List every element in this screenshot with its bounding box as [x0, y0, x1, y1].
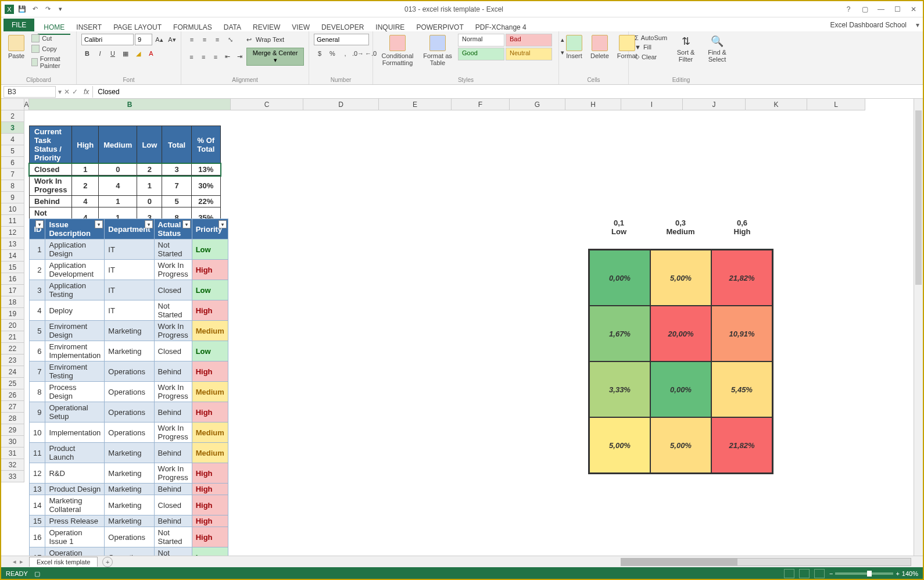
- risk-cell[interactable]: 1,67%: [589, 306, 650, 361]
- delete-cells-button[interactable]: Delete: [588, 34, 611, 60]
- wrap-text-button[interactable]: Wrap Text: [256, 36, 284, 43]
- cell[interactable]: IT: [105, 300, 154, 321]
- row-header-30[interactable]: 30: [1, 436, 24, 447]
- add-sheet-button[interactable]: +: [102, 557, 113, 567]
- macro-record-icon[interactable]: ▢: [34, 570, 40, 577]
- cell[interactable]: Marketing: [105, 341, 154, 361]
- normal-view-icon[interactable]: [784, 569, 794, 578]
- priority-cell[interactable]: High: [192, 361, 228, 382]
- row-header-29[interactable]: 29: [1, 424, 24, 436]
- cell[interactable]: Work In Progress: [154, 423, 192, 443]
- cell[interactable]: Process Design: [45, 382, 105, 402]
- indent-decrease-icon[interactable]: ⇤: [222, 51, 233, 63]
- row-header-15[interactable]: 15: [1, 262, 24, 273]
- comma-icon[interactable]: ,: [339, 48, 351, 59]
- cell[interactable]: IT: [105, 239, 154, 260]
- cell[interactable]: Marketing: [105, 495, 154, 515]
- zoom-in-icon[interactable]: +: [896, 570, 899, 577]
- col-status[interactable]: Actual Status▾: [154, 219, 192, 239]
- cell[interactable]: Behind: [30, 196, 72, 207]
- minimize-icon[interactable]: —: [875, 5, 887, 13]
- bold-button[interactable]: B: [81, 48, 93, 59]
- zoom-slider[interactable]: [835, 572, 893, 575]
- col-dept[interactable]: Department▾: [105, 219, 154, 239]
- row-header-25[interactable]: 25: [1, 378, 24, 389]
- horizontal-scrollbar[interactable]: [113, 558, 911, 566]
- font-color-button[interactable]: A: [145, 48, 157, 59]
- risk-cell[interactable]: 5,00%: [589, 417, 650, 473]
- help-icon[interactable]: ?: [843, 5, 854, 13]
- row-header-4[interactable]: 4: [1, 134, 24, 145]
- cell[interactable]: Operations: [105, 361, 154, 382]
- currency-icon[interactable]: $: [314, 48, 325, 59]
- cell[interactable]: 0: [99, 164, 137, 176]
- increase-decimal-icon[interactable]: .0→: [352, 48, 364, 59]
- row-header-13[interactable]: 13: [1, 238, 24, 250]
- cell[interactable]: Press Release: [45, 515, 105, 527]
- cell[interactable]: 2: [72, 176, 99, 196]
- row-header-33[interactable]: 33: [1, 471, 24, 482]
- filter-dropdown-icon[interactable]: ▾: [145, 220, 153, 228]
- copy-button[interactable]: Copy: [30, 44, 71, 53]
- col-header-E[interactable]: E: [379, 99, 452, 110]
- cancel-formula-icon[interactable]: ✕: [64, 88, 70, 96]
- name-box[interactable]: B3: [3, 86, 56, 98]
- risk-cell[interactable]: 5,45%: [711, 361, 772, 417]
- priority-cell[interactable]: Medium: [192, 321, 228, 341]
- cell[interactable]: 13: [30, 484, 45, 495]
- sort-filter-button[interactable]: ⇅Sort & Filter: [672, 34, 700, 64]
- col-desc[interactable]: Issue Description▾: [45, 219, 105, 239]
- indent-increase-icon[interactable]: ⇥: [234, 51, 245, 63]
- col-header-K[interactable]: K: [746, 99, 807, 110]
- cell[interactable]: 1: [30, 239, 45, 260]
- risk-cell[interactable]: 21,82%: [711, 417, 772, 473]
- fill-button[interactable]: ▼Fill: [633, 43, 668, 51]
- cell[interactable]: Not Started: [154, 547, 192, 556]
- cell[interactable]: Marketing Collateral: [45, 495, 105, 515]
- cell[interactable]: 5: [162, 196, 191, 207]
- cell[interactable]: Enviroment Design: [45, 321, 105, 341]
- percent-icon[interactable]: %: [327, 48, 338, 59]
- style-good[interactable]: Good: [458, 48, 504, 60]
- row-header-12[interactable]: 12: [1, 227, 24, 238]
- cell[interactable]: Work In Progress: [154, 382, 192, 402]
- risk-cell[interactable]: 0,00%: [589, 250, 650, 306]
- cell[interactable]: Operations: [105, 527, 154, 547]
- cell[interactable]: 1: [99, 196, 137, 207]
- page-break-view-icon[interactable]: [814, 569, 825, 578]
- align-right-icon[interactable]: ≡: [210, 51, 221, 63]
- risk-cell[interactable]: 5,00%: [650, 250, 711, 306]
- font-name-input[interactable]: [81, 34, 134, 45]
- conditional-formatting-button[interactable]: Conditional Formatting: [378, 34, 417, 67]
- redo-icon[interactable]: ↷: [43, 5, 52, 14]
- cell[interactable]: 5: [30, 321, 45, 341]
- priority-cell[interactable]: High: [192, 484, 228, 495]
- paste-button[interactable]: Paste: [6, 34, 27, 60]
- row-header-16[interactable]: 16: [1, 273, 24, 285]
- italic-button[interactable]: I: [94, 48, 106, 59]
- cell[interactable]: Product Design: [45, 484, 105, 495]
- ribbon-display-icon[interactable]: ▢: [859, 5, 871, 13]
- align-center-icon[interactable]: ≡: [198, 51, 209, 63]
- row-header-32[interactable]: 32: [1, 459, 24, 471]
- cell[interactable]: Work In Progress: [30, 176, 72, 196]
- cell[interactable]: 7: [30, 361, 45, 382]
- cell[interactable]: Operation Issue 1: [45, 527, 105, 547]
- col-header-D[interactable]: D: [303, 99, 379, 110]
- cell[interactable]: Operations: [105, 402, 154, 423]
- cell[interactable]: 14: [30, 495, 45, 515]
- sheet-tab-active[interactable]: Excel risk template: [29, 557, 98, 567]
- cell[interactable]: 15: [30, 515, 45, 527]
- cell[interactable]: Not Started: [154, 300, 192, 321]
- addin-dropdown-icon[interactable]: ▾: [912, 19, 923, 31]
- cell[interactable]: 0: [137, 196, 162, 207]
- cell[interactable]: 17: [30, 547, 45, 556]
- cell[interactable]: 9: [30, 402, 45, 423]
- row-header-14[interactable]: 14: [1, 250, 24, 262]
- risk-cell[interactable]: 21,82%: [711, 250, 772, 306]
- row-header-7[interactable]: 7: [1, 169, 24, 180]
- priority-cell[interactable]: Low: [192, 280, 228, 300]
- cell[interactable]: 30%: [191, 176, 220, 196]
- underline-button[interactable]: U: [107, 48, 119, 59]
- priority-cell[interactable]: Low: [192, 341, 228, 361]
